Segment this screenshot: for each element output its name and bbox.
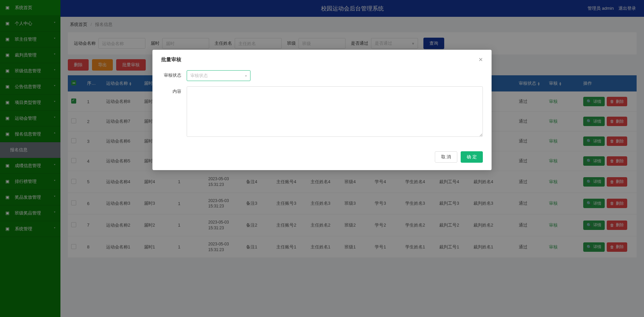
confirm-button[interactable]: 确 定 — [461, 151, 483, 163]
review-status-label: 审核状态 — [161, 70, 187, 78]
chevron-down-icon: ▾ — [245, 74, 247, 78]
modal-title: 批量审核 — [161, 56, 181, 63]
batch-review-modal: 批量审核 ✕ 审核状态 审核状态 ▾ 内容 — [152, 50, 492, 170]
review-content-label: 内容 — [161, 86, 187, 94]
review-content-textarea[interactable] — [187, 86, 483, 137]
review-status-select[interactable]: 审核状态 ▾ — [187, 70, 250, 81]
modal-overlay[interactable]: 批量审核 ✕ 审核状态 审核状态 ▾ 内容 — [0, 0, 644, 317]
close-icon[interactable]: ✕ — [478, 56, 483, 63]
cancel-button[interactable]: 取 消 — [435, 151, 458, 163]
